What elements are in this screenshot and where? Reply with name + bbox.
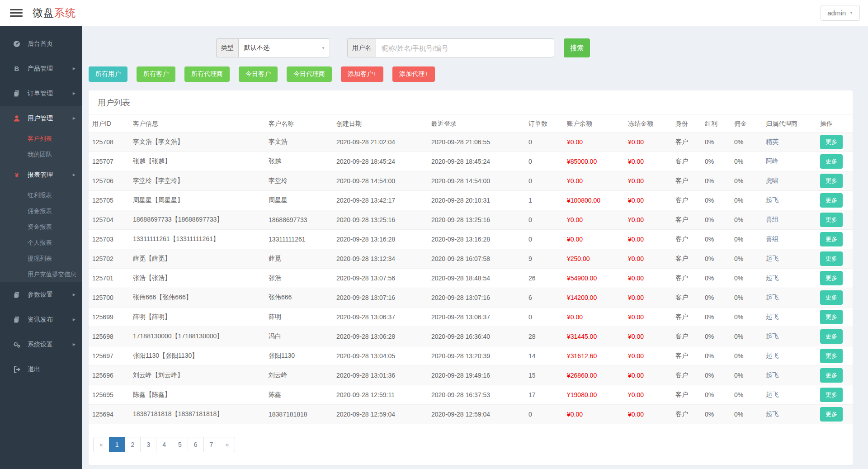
table-row: 125705周星星【周星星】周星星2020-09-28 13:42:172020… bbox=[89, 191, 853, 210]
cell-commission: 0% bbox=[731, 133, 762, 152]
sidebar-item-orders[interactable]: 订单管理▶ bbox=[0, 81, 82, 106]
cell-created-date: 2020-09-28 12:59:11 bbox=[333, 385, 428, 405]
search-button[interactable]: 搜索 bbox=[564, 38, 590, 57]
cell-commission: 0% bbox=[731, 308, 762, 327]
sidebar-subitem[interactable]: 提现列表 bbox=[0, 251, 82, 266]
cell-balance: ¥0.00 bbox=[563, 230, 624, 249]
cell-commission: 0% bbox=[731, 346, 762, 366]
cell-actions: 更多 bbox=[816, 366, 853, 385]
chevron-right-icon: ▶ bbox=[73, 293, 75, 297]
more-button[interactable]: 更多 bbox=[820, 388, 843, 402]
cell-identity: 客户 bbox=[672, 385, 701, 405]
cell-user-id: 125699 bbox=[89, 308, 129, 327]
more-button[interactable]: 更多 bbox=[820, 407, 843, 422]
table-header-cell: 归属代理商 bbox=[762, 115, 816, 133]
sidebar-subitem[interactable]: 佣金报表 bbox=[0, 203, 82, 219]
cell-customer-info: 刘云峰【刘云峰】 bbox=[129, 366, 265, 385]
sidebar-subitem[interactable]: 用户充值提交信息 bbox=[0, 266, 82, 282]
cell-customer-name: 李堂玲 bbox=[265, 171, 333, 191]
cell-created-date: 2020-09-28 21:02:04 bbox=[333, 133, 428, 152]
pagination-page-3[interactable]: 3 bbox=[140, 437, 156, 452]
pagination-page-5[interactable]: 5 bbox=[172, 437, 188, 452]
cell-user-id: 125698 bbox=[89, 327, 129, 346]
action-button[interactable]: 添加代理+ bbox=[392, 66, 435, 82]
sidebar-item-params[interactable]: 参数设置▶ bbox=[0, 282, 82, 307]
cell-commission: 0% bbox=[731, 171, 762, 191]
action-button[interactable]: 今日客户 bbox=[239, 66, 278, 82]
pagination-page-2[interactable]: 2 bbox=[125, 437, 141, 452]
cell-identity: 客户 bbox=[672, 152, 701, 171]
action-button[interactable]: 所有客户 bbox=[137, 66, 175, 82]
more-button[interactable]: 更多 bbox=[820, 251, 843, 266]
table-row: 125695陈鑫【陈鑫】陈鑫2020-09-28 12:59:112020-09… bbox=[89, 385, 853, 405]
type-select[interactable]: 默认不选 ▼ bbox=[238, 38, 330, 57]
pagination-page-6[interactable]: 6 bbox=[188, 437, 204, 452]
cell-order-count: 0 bbox=[525, 133, 563, 152]
cell-agent: 起飞 bbox=[762, 269, 816, 288]
cell-agent: 起飞 bbox=[762, 249, 816, 269]
action-button[interactable]: 所有代理商 bbox=[184, 66, 230, 82]
cell-commission: 0% bbox=[731, 288, 762, 308]
pagination-next[interactable]: » bbox=[219, 437, 235, 452]
more-button[interactable]: 更多 bbox=[820, 349, 843, 363]
cell-bonus: 0% bbox=[701, 191, 731, 210]
cell-created-date: 2020-09-28 13:06:28 bbox=[333, 327, 428, 346]
sidebar-item-products[interactable]: B产品管理▶ bbox=[0, 56, 82, 81]
cell-actions: 更多 bbox=[816, 152, 853, 171]
sidebar-item-logout[interactable]: 退出 bbox=[0, 357, 82, 382]
action-button[interactable]: 今日代理商 bbox=[287, 66, 332, 82]
more-button[interactable]: 更多 bbox=[820, 329, 843, 344]
cell-customer-info: 17188130000【17188130000】 bbox=[129, 327, 265, 346]
username-input[interactable] bbox=[376, 38, 554, 57]
sidebar-section-logout: 退出 bbox=[0, 357, 82, 382]
pagination-page-7[interactable]: 7 bbox=[203, 437, 220, 452]
more-button[interactable]: 更多 bbox=[820, 290, 843, 305]
sidebar-subitem[interactable]: 红利报表 bbox=[0, 187, 82, 203]
cell-user-id: 125705 bbox=[89, 191, 129, 210]
table-header-cell: 佣金 bbox=[731, 115, 762, 133]
sidebar-subitem[interactable]: 客户列表 bbox=[0, 131, 82, 147]
pagination-page-4[interactable]: 4 bbox=[156, 437, 172, 452]
sidebar-subitem[interactable]: 个人报表 bbox=[0, 235, 82, 251]
hamburger-menu-icon[interactable] bbox=[10, 7, 23, 19]
cell-last-login: 2020-09-28 13:25:16 bbox=[428, 210, 525, 230]
more-button[interactable]: 更多 bbox=[820, 213, 843, 227]
cell-agent: 喜组 bbox=[762, 210, 816, 230]
more-button[interactable]: 更多 bbox=[820, 232, 843, 246]
cell-created-date: 2020-09-28 13:06:37 bbox=[333, 308, 428, 327]
cell-last-login: 2020-09-28 18:48:54 bbox=[428, 269, 525, 288]
more-button[interactable]: 更多 bbox=[820, 310, 843, 324]
sidebar-item-users[interactable]: 用户管理▶ bbox=[0, 106, 82, 131]
sidebar-subitem[interactable]: 资金报表 bbox=[0, 219, 82, 235]
cell-customer-name: 张阳1130 bbox=[265, 346, 333, 366]
cell-agent: 起飞 bbox=[762, 346, 816, 366]
more-button[interactable]: 更多 bbox=[820, 193, 843, 208]
sidebar-item-reports[interactable]: ¥报表管理▶ bbox=[0, 162, 82, 187]
more-button[interactable]: 更多 bbox=[820, 271, 843, 285]
cell-customer-name: 陈鑫 bbox=[265, 385, 333, 405]
action-button[interactable]: 所有用户 bbox=[89, 66, 127, 82]
more-button[interactable]: 更多 bbox=[820, 368, 843, 383]
sidebar-item-system[interactable]: 系统设置▶ bbox=[0, 332, 82, 357]
admin-dropdown[interactable]: admin ▼ bbox=[821, 5, 860, 21]
cell-frozen: ¥0.00 bbox=[624, 210, 672, 230]
pagination-page-1[interactable]: 1 bbox=[109, 437, 125, 452]
chevron-down-icon: ▼ bbox=[849, 11, 853, 15]
more-button[interactable]: 更多 bbox=[820, 174, 843, 188]
cell-last-login: 2020-09-28 13:07:16 bbox=[428, 288, 525, 308]
table-row: 12570313311111261【13311111261】1331111126… bbox=[89, 230, 853, 249]
table-row: 125700张伟666【张伟666】张伟6662020-09-28 13:07:… bbox=[89, 288, 853, 308]
type-label: 类型 bbox=[216, 38, 238, 57]
more-button[interactable]: 更多 bbox=[820, 135, 843, 149]
action-button[interactable]: 添加客户+ bbox=[341, 66, 383, 82]
admin-username: admin bbox=[827, 9, 846, 17]
cell-bonus: 0% bbox=[701, 405, 731, 424]
cell-frozen: ¥0.00 bbox=[624, 171, 672, 191]
cell-customer-name: 李文浩 bbox=[265, 133, 333, 152]
sidebar-subitem[interactable]: 我的团队 bbox=[0, 147, 82, 162]
sidebar-item-dashboard[interactable]: 后台首页 bbox=[0, 31, 82, 56]
pagination-prev[interactable]: « bbox=[93, 437, 109, 452]
sidebar-item-news[interactable]: 资讯发布▶ bbox=[0, 307, 82, 332]
more-button[interactable]: 更多 bbox=[820, 154, 843, 169]
table-header-cell: 身份 bbox=[672, 115, 701, 133]
